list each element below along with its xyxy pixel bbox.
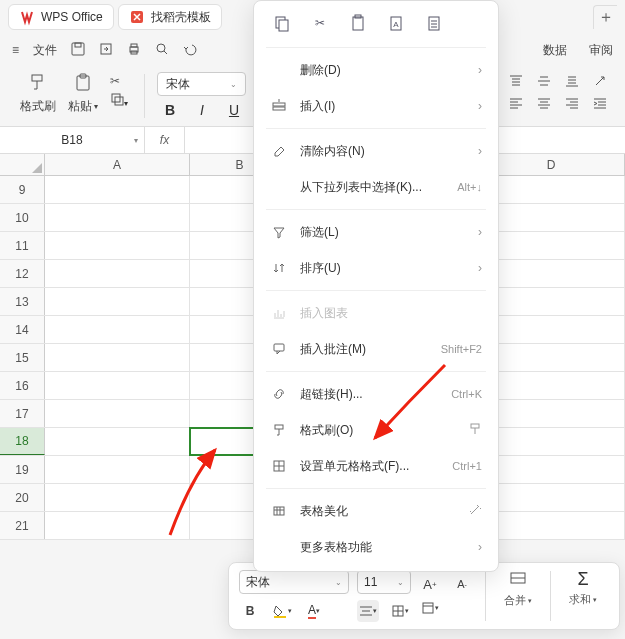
cell[interactable]	[45, 400, 190, 427]
preview-icon[interactable]	[155, 42, 169, 59]
cell[interactable]	[478, 400, 625, 427]
mini-font-color-button[interactable]: A▾	[303, 600, 325, 622]
menu-sort[interactable]: 排序(U)›	[254, 250, 498, 286]
menu-clear[interactable]: 清除内容(N)›	[254, 133, 498, 169]
mini-bold-button[interactable]: B	[239, 600, 261, 622]
column-header[interactable]: A	[45, 154, 190, 175]
cell[interactable]	[478, 176, 625, 203]
cell[interactable]	[45, 260, 190, 287]
menu-insert-comment[interactable]: 插入批注(M)Shift+F2	[254, 331, 498, 367]
cell[interactable]	[45, 176, 190, 203]
cell[interactable]	[45, 372, 190, 399]
font-name-select[interactable]: 宋体 ⌄	[157, 72, 246, 96]
name-box[interactable]: B18	[0, 127, 145, 153]
mini-shrink-font-button[interactable]: A-	[451, 573, 473, 595]
align-top-icon[interactable]	[507, 72, 525, 90]
row-header[interactable]: 11	[0, 232, 45, 259]
row-header[interactable]: 17	[0, 400, 45, 427]
mini-merge-button[interactable]: 合并▾	[498, 569, 538, 623]
menu-more-table[interactable]: 更多表格功能›	[254, 529, 498, 565]
tab-templates[interactable]: 找稻壳模板	[118, 4, 222, 30]
align-left-icon[interactable]	[507, 94, 525, 112]
cell[interactable]	[478, 344, 625, 371]
mini-align-button[interactable]: ▾	[357, 600, 379, 622]
mini-format-as-table-button[interactable]: ▾	[419, 597, 441, 619]
row-header[interactable]: 12	[0, 260, 45, 287]
paste-icon[interactable]	[348, 13, 368, 33]
cell[interactable]	[45, 288, 190, 315]
cell[interactable]	[478, 232, 625, 259]
cell[interactable]	[45, 344, 190, 371]
align-bottom-icon[interactable]	[563, 72, 581, 90]
fx-icon[interactable]: fx	[145, 127, 185, 153]
new-tab-button[interactable]: ＋	[593, 5, 617, 29]
save-icon[interactable]	[71, 42, 85, 59]
cell[interactable]	[478, 484, 625, 511]
cell[interactable]	[478, 428, 625, 455]
export-icon[interactable]	[99, 42, 113, 59]
row-header[interactable]: 19	[0, 456, 45, 483]
align-right-icon[interactable]	[563, 94, 581, 112]
menu-select-from-list[interactable]: 从下拉列表中选择(K)...Alt+↓	[254, 169, 498, 205]
print-icon[interactable]	[127, 42, 141, 59]
cell[interactable]	[45, 512, 190, 539]
row-header[interactable]: 10	[0, 204, 45, 231]
cell[interactable]	[478, 288, 625, 315]
menu-insert[interactable]: 插入(I)›	[254, 88, 498, 124]
row-header[interactable]: 21	[0, 512, 45, 539]
mini-grow-font-button[interactable]: A+	[419, 573, 441, 595]
menu-beautify[interactable]: 表格美化	[254, 493, 498, 529]
cell[interactable]	[478, 512, 625, 539]
orientation-icon[interactable]	[591, 72, 609, 90]
copy-icon[interactable]: ▾	[110, 92, 128, 109]
cut-icon[interactable]: ✂	[110, 74, 128, 88]
brush-icon[interactable]	[468, 422, 482, 439]
row-header[interactable]: 16	[0, 372, 45, 399]
cell[interactable]	[45, 204, 190, 231]
cell[interactable]	[478, 372, 625, 399]
format-painter-button[interactable]: 格式刷	[16, 72, 60, 115]
paste-special-icon[interactable]	[424, 13, 444, 33]
menu-hyperlink[interactable]: 超链接(H)...Ctrl+K	[254, 376, 498, 412]
menu-data[interactable]: 数据	[543, 42, 567, 59]
menu-filter[interactable]: 筛选(L)›	[254, 214, 498, 250]
row-header[interactable]: 18	[0, 428, 45, 455]
menu-file[interactable]: 文件	[33, 42, 57, 59]
paste-button[interactable]: 粘贴▾	[64, 72, 102, 115]
select-all-corner[interactable]	[0, 154, 45, 175]
row-header[interactable]: 9	[0, 176, 45, 203]
cell[interactable]	[45, 232, 190, 259]
mini-fill-color-button[interactable]: ▾	[271, 600, 293, 622]
cell[interactable]	[45, 484, 190, 511]
paste-text-icon[interactable]: A	[386, 13, 406, 33]
menu-review[interactable]: 审阅	[589, 42, 613, 59]
menu-format-painter[interactable]: 格式刷(O)	[254, 412, 498, 448]
hamburger-icon[interactable]: ≡	[12, 43, 19, 57]
cell[interactable]	[478, 316, 625, 343]
row-header[interactable]: 14	[0, 316, 45, 343]
italic-button[interactable]: I	[193, 102, 211, 118]
cell[interactable]	[45, 428, 190, 455]
underline-button[interactable]: U	[225, 102, 243, 118]
cell[interactable]	[478, 260, 625, 287]
align-center-icon[interactable]	[535, 94, 553, 112]
cell[interactable]	[45, 316, 190, 343]
cell[interactable]	[478, 204, 625, 231]
undo-icon[interactable]	[183, 42, 197, 59]
cell[interactable]	[45, 456, 190, 483]
mini-border-button[interactable]: ▾	[389, 600, 411, 622]
row-header[interactable]: 20	[0, 484, 45, 511]
menu-delete[interactable]: 删除(D)›	[254, 52, 498, 88]
column-header[interactable]: D	[478, 154, 625, 175]
magic-icon[interactable]	[468, 503, 482, 520]
bold-button[interactable]: B	[161, 102, 179, 118]
copy-icon[interactable]	[272, 13, 292, 33]
cell[interactable]	[478, 456, 625, 483]
mini-font-select[interactable]: 宋体⌄	[239, 570, 349, 594]
row-header[interactable]: 15	[0, 344, 45, 371]
row-header[interactable]: 13	[0, 288, 45, 315]
menu-format-cells[interactable]: 设置单元格格式(F)...Ctrl+1	[254, 448, 498, 484]
indent-icon[interactable]	[591, 94, 609, 112]
mini-sum-button[interactable]: Σ 求和▾	[563, 569, 603, 623]
tab-wps-office[interactable]: WPS Office	[8, 4, 114, 30]
